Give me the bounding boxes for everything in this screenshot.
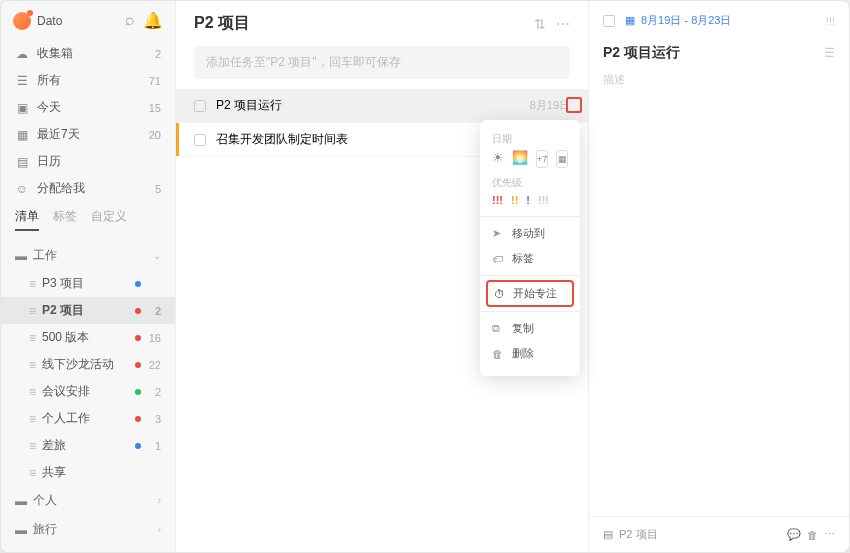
group-personal[interactable]: ▬个人›: [1, 486, 175, 515]
move-icon: ➤: [492, 227, 504, 240]
list-item[interactable]: ≡500 版本16: [1, 324, 175, 351]
mini-calendar[interactable]: 日一二三四五六 11121314151617: [1, 544, 175, 553]
ctx-delete[interactable]: 🗑删除: [480, 341, 580, 366]
chevron-right-icon: ›: [158, 524, 161, 535]
nav-week[interactable]: ▦最近7天20: [1, 121, 175, 148]
priority-high[interactable]: !!!: [492, 194, 503, 206]
detail-title[interactable]: P2 项目运行: [603, 44, 824, 62]
list-item[interactable]: ≡差旅1: [1, 432, 175, 459]
list-item[interactable]: ≡P3 项目: [1, 270, 175, 297]
sort-icon[interactable]: ⇅: [534, 16, 546, 32]
task-row[interactable]: P2 项目运行8月19日: [176, 89, 588, 123]
list-item[interactable]: ≡个人工作3: [1, 405, 175, 432]
nav-label: 分配给我: [37, 180, 85, 197]
calendar-icon[interactable]: ▦: [625, 14, 635, 27]
context-menu: 日期 ☀ 🌅 +7 ▦ 优先级 !!! !! ! !!! ➤移动到 🏷标签 ⏱开…: [480, 120, 580, 376]
brand-name: Dato: [37, 14, 119, 28]
nav-inbox[interactable]: ☁收集箱2: [1, 40, 175, 67]
list-item[interactable]: ≡P2 项目2: [1, 297, 175, 324]
pomodoro-icon: ⏱: [494, 288, 505, 300]
tag-icon: 🏷: [492, 253, 504, 265]
trash-icon: 🗑: [492, 348, 504, 360]
copy-icon: ⧉: [492, 322, 504, 335]
bell-icon[interactable]: 🔔: [143, 11, 163, 30]
list-icon: ▤: [603, 528, 613, 541]
detail-list-name[interactable]: P2 项目: [619, 527, 658, 542]
priority-low[interactable]: !: [526, 194, 530, 206]
search-icon[interactable]: ⌕: [125, 11, 135, 30]
sidebar-header: Dato ⌕ 🔔: [1, 1, 175, 40]
ctx-copy[interactable]: ⧉复制: [480, 316, 580, 341]
folder-icon: ▬: [15, 249, 27, 263]
ctx-date-label: 日期: [492, 132, 568, 146]
group-label: 个人: [33, 492, 57, 509]
week-icon: ▦: [15, 128, 29, 142]
nav-label: 日历: [37, 153, 61, 170]
filter-icon[interactable]: ☰: [824, 46, 835, 60]
nav-label: 收集箱: [37, 45, 73, 62]
inbox-icon: ☁: [15, 47, 29, 61]
add-task-input[interactable]: 添加任务至"P2 项目"，回车即可保存: [194, 46, 570, 79]
tab-tags[interactable]: 标签: [53, 208, 77, 231]
group-travel[interactable]: ▬旅行›: [1, 515, 175, 544]
ctx-start-focus[interactable]: ⏱开始专注: [486, 280, 574, 307]
folder-icon: ▬: [15, 494, 27, 508]
today-icon: ▣: [15, 101, 29, 115]
date-range[interactable]: 8月19日 - 8月23日: [641, 13, 826, 28]
checkbox[interactable]: [194, 100, 206, 112]
calendar-icon: ▤: [15, 155, 29, 169]
ctx-move-to[interactable]: ➤移动到: [480, 221, 580, 246]
sidebar: Dato ⌕ 🔔 ☁收集箱2 ☰所有71 ▣今天15 ▦最近7天20 ▤日历 ☺…: [1, 1, 176, 552]
app-logo: [13, 12, 31, 30]
highlight-annotation: [566, 97, 582, 113]
list-item[interactable]: ≡共享: [1, 459, 175, 486]
list-item[interactable]: ≡会议安排2: [1, 378, 175, 405]
description-input[interactable]: 描述: [589, 72, 849, 87]
list-item[interactable]: ≡线下沙龙活动22: [1, 351, 175, 378]
nav-assigned[interactable]: ☺分配给我5: [1, 175, 175, 202]
more-icon[interactable]: ⋯: [556, 16, 570, 32]
tab-custom[interactable]: 自定义: [91, 208, 127, 231]
group-work[interactable]: ▬工作⌄: [1, 241, 175, 270]
chevron-down-icon: ⌄: [153, 250, 161, 261]
group-label: 旅行: [33, 521, 57, 538]
priority-med[interactable]: !!: [511, 194, 518, 206]
ctx-priority-label: 优先级: [492, 176, 568, 190]
folder-icon: ▬: [15, 523, 27, 537]
user-icon: ☺: [15, 182, 29, 196]
priority-none[interactable]: !!!: [538, 194, 549, 206]
nav-all[interactable]: ☰所有71: [1, 67, 175, 94]
nav-today[interactable]: ▣今天15: [1, 94, 175, 121]
nav-label: 最近7天: [37, 126, 80, 143]
checkbox[interactable]: [603, 15, 615, 27]
nav-label: 今天: [37, 99, 61, 116]
nav-label: 所有: [37, 72, 61, 89]
group-label: 工作: [33, 247, 57, 264]
detail-panel: ▦ 8月19日 - 8月23日 !!! P2 项目运行 ☰ 描述 ▤ P2 项目…: [589, 1, 849, 552]
chevron-right-icon: ›: [158, 495, 161, 506]
trash-icon[interactable]: 🗑: [807, 529, 818, 541]
page-title: P2 项目: [194, 13, 534, 34]
tab-lists[interactable]: 清单: [15, 208, 39, 231]
ctx-tags[interactable]: 🏷标签: [480, 246, 580, 271]
more-icon[interactable]: ⋯: [824, 528, 835, 541]
tomorrow-icon[interactable]: 🌅: [512, 150, 528, 168]
checkbox[interactable]: [194, 134, 206, 146]
priority-icon[interactable]: !!!: [826, 15, 835, 27]
today-icon[interactable]: ☀: [492, 150, 504, 168]
sidebar-tabs: 清单 标签 自定义: [1, 202, 175, 231]
nextweek-icon[interactable]: +7: [536, 150, 548, 168]
all-icon: ☰: [15, 74, 29, 88]
comment-icon[interactable]: 💬: [787, 528, 801, 541]
custom-date-icon[interactable]: ▦: [556, 150, 568, 168]
nav-calendar[interactable]: ▤日历: [1, 148, 175, 175]
